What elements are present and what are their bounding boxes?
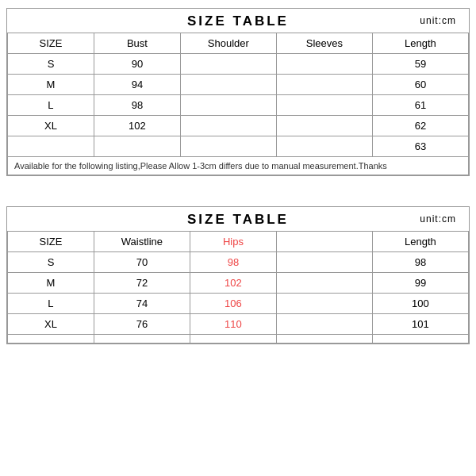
table1-unit: unit:cm [420,15,456,26]
t1-r4-length: 63 [372,136,468,157]
t2-r3-empty [276,314,372,335]
t1-r3-length: 62 [372,116,468,136]
t2-r2-size: L [8,294,94,314]
t1-r4-sleeves [276,136,372,157]
t2-header-length: Length [372,232,468,252]
t2-r2-empty [276,294,372,314]
t2-r0-hips: 98 [190,252,276,273]
t1-r3-shoulder [180,116,276,136]
table-row: M 72 102 99 [8,273,469,294]
table1-note: Available for the following listing,Plea… [8,157,469,175]
table2-title: SIZE TABLE [187,212,289,227]
t2-r3-size: XL [8,314,94,335]
t2-header-hips: Hips [190,232,276,252]
table2-unit: unit:cm [420,213,456,225]
t1-r0-length: 59 [372,54,468,75]
t2-header-empty [276,232,372,252]
table-row: L 74 106 100 [8,294,469,314]
t2-r4-hips [190,335,276,344]
t2-header-waist: Waistline [94,232,190,252]
section-gap [6,184,470,198]
t2-r2-hips: 106 [190,294,276,314]
t1-r2-sleeves [276,95,372,116]
t1-r3-sleeves [276,116,372,136]
t2-r1-length: 99 [372,273,468,294]
t2-r1-empty [276,273,372,294]
t1-r2-bust: 98 [94,95,180,116]
table1-title: SIZE TABLE [187,13,289,29]
t1-r2-size: L [8,95,94,116]
table1-grid: SIZE Bust Shoulder Sleeves Length S 90 5… [7,33,469,175]
t1-r0-size: S [8,54,94,75]
t2-r0-empty [276,252,372,273]
t1-r4-size [8,136,94,157]
table-row: XL 102 62 [8,116,469,136]
t2-r0-waist: 70 [94,252,190,273]
table-row: S 90 59 [8,54,469,75]
t2-r3-length: 101 [372,314,468,335]
t2-r4-waist [94,335,190,344]
t1-header-bust: Bust [94,33,180,54]
t2-r1-size: M [8,273,94,294]
table-row: XL 76 110 101 [8,314,469,335]
size-table-2: SIZE TABLE unit:cm SIZE Waistline Hips L… [6,206,470,344]
table-row: L 98 61 [8,95,469,116]
t1-header-sleeves: Sleeves [276,33,372,54]
t1-header-size: SIZE [8,33,94,54]
t2-r0-length: 98 [372,252,468,273]
t1-r1-sleeves [276,75,372,95]
table2-grid: SIZE Waistline Hips Length S 70 98 98 M [7,231,469,344]
t2-r3-waist: 76 [94,314,190,335]
t1-r1-bust: 94 [94,75,180,95]
t2-r2-waist: 74 [94,294,190,314]
t1-r2-shoulder [180,95,276,116]
t2-r4-empty [276,335,372,344]
table2-title-row: SIZE TABLE unit:cm [7,207,469,231]
size-table-1: SIZE TABLE unit:cm SIZE Bust Shoulder Sl… [6,8,470,176]
t2-r0-size: S [8,252,94,273]
t1-r0-shoulder [180,54,276,75]
t1-r4-shoulder [180,136,276,157]
t2-header-size: SIZE [8,232,94,252]
table-row [8,335,469,344]
table1-note-row: Available for the following listing,Plea… [8,157,469,175]
t1-r0-sleeves [276,54,372,75]
t2-r2-length: 100 [372,294,468,314]
table-row: 63 [8,136,469,157]
t1-r0-bust: 90 [94,54,180,75]
t1-r3-bust: 102 [94,116,180,136]
t1-r2-length: 61 [372,95,468,116]
t2-r4-size [8,335,94,344]
t2-r4-length [372,335,468,344]
t2-r1-waist: 72 [94,273,190,294]
t2-r3-hips: 110 [190,314,276,335]
t1-r1-length: 60 [372,75,468,95]
t1-r3-size: XL [8,116,94,136]
t1-r4-bust [94,136,180,157]
table-row: M 94 60 [8,75,469,95]
t2-r1-hips: 102 [190,273,276,294]
page: SIZE TABLE unit:cm SIZE Bust Shoulder Sl… [0,0,476,476]
t1-r1-shoulder [180,75,276,95]
t1-header-length: Length [372,33,468,54]
t1-r1-size: M [8,75,94,95]
t1-header-shoulder: Shoulder [180,33,276,54]
table-row: S 70 98 98 [8,252,469,273]
table1-title-row: SIZE TABLE unit:cm [7,9,469,33]
